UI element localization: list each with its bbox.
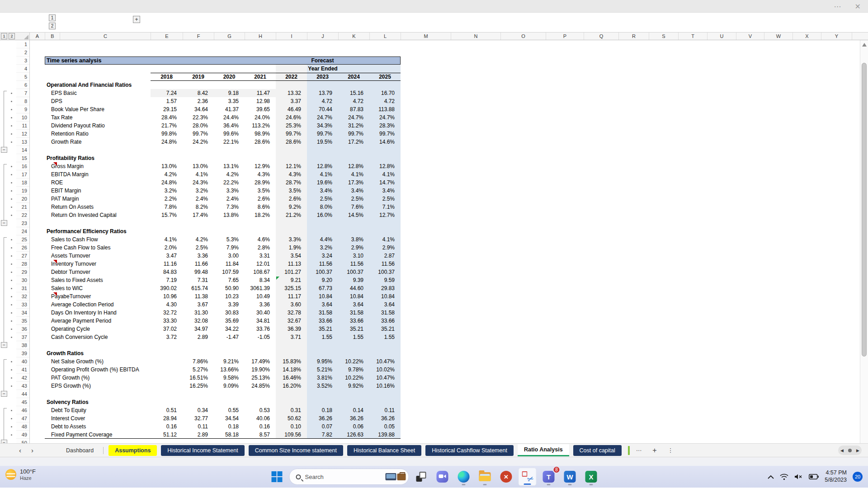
cell[interactable]: 31.58 (338, 309, 369, 317)
outline-collapse-button[interactable]: − (1, 440, 7, 443)
cell[interactable]: 50.90 (214, 284, 245, 292)
outline-collapse-button[interactable]: − (1, 342, 7, 348)
cell[interactable]: 8.42 (183, 89, 214, 97)
cell[interactable]: 4.1% (151, 235, 183, 244)
cell[interactable]: 28.3% (369, 122, 401, 130)
cell[interactable]: 3.4% (369, 187, 401, 195)
row-header-17[interactable]: 17 (16, 170, 29, 178)
cell[interactable]: 32.08 (183, 317, 214, 325)
cell[interactable]: 67.73 (307, 284, 338, 292)
cell[interactable]: 1.9% (276, 244, 307, 252)
cell[interactable]: 10.96 (151, 292, 183, 300)
cell[interactable]: 14.18% (276, 366, 307, 374)
cell[interactable]: 0.51 (151, 406, 183, 414)
row-header-42[interactable]: 42 (16, 374, 29, 382)
cell[interactable]: 15.16 (338, 89, 369, 97)
cell[interactable]: 12.1% (276, 162, 307, 170)
cell[interactable]: 4.72 (369, 97, 401, 105)
cell[interactable]: 33.76 (245, 325, 276, 333)
cell[interactable]: 9.09% (214, 382, 245, 390)
cell[interactable]: 3.64 (307, 300, 338, 309)
column-header-J[interactable]: J (307, 33, 339, 40)
cell[interactable]: 3.35 (214, 97, 245, 105)
row-header-19[interactable]: 19 (16, 187, 29, 195)
scroll-up-icon[interactable] (862, 43, 867, 47)
section-header[interactable]: Operational And Financial Ratios (47, 81, 196, 89)
column-header-I[interactable]: I (276, 33, 307, 40)
row-label[interactable]: EBITDA Margin (51, 170, 150, 178)
cell[interactable]: 35.69 (214, 317, 245, 325)
cell[interactable]: 24.0% (245, 113, 276, 122)
cell[interactable]: 30.40 (245, 309, 276, 317)
cell[interactable]: 3.31 (245, 252, 276, 260)
cell[interactable]: 3.64 (369, 300, 401, 309)
cell[interactable]: 0.18 (214, 422, 245, 431)
cell[interactable]: 14.7% (369, 178, 401, 187)
cell[interactable]: 13.1% (214, 162, 245, 170)
row-header-10[interactable]: 10 (16, 113, 29, 122)
cell[interactable]: 29.15 (151, 105, 183, 113)
column-header-L[interactable]: L (370, 33, 401, 40)
cell[interactable]: 24.6% (276, 113, 307, 122)
row-label[interactable]: Free Cash Flow to Sales (51, 244, 150, 252)
sheet-tab-common-size-income-statement[interactable]: Common Size Income statement (249, 445, 343, 456)
cell[interactable]: 13.0% (151, 162, 183, 170)
cell[interactable]: 1.57 (151, 97, 183, 105)
cell[interactable]: 28.6% (245, 138, 276, 146)
row-header-36[interactable]: 36 (16, 325, 29, 333)
cell[interactable]: 3.2% (151, 187, 183, 195)
row-header-38[interactable]: 38 (16, 341, 29, 349)
cell[interactable]: 4.72 (338, 97, 369, 105)
row-header-29[interactable]: 29 (16, 268, 29, 276)
cell[interactable]: 113.2% (245, 122, 276, 130)
cell[interactable]: 4.4% (307, 235, 338, 244)
row-label[interactable]: Dividend Payout Ratio (51, 122, 150, 130)
cell[interactable]: 17.3% (338, 178, 369, 187)
cell[interactable]: 9.78% (338, 366, 369, 374)
cell[interactable]: 99.48 (183, 268, 214, 276)
row-label[interactable]: Days On Inventory In Hand (51, 309, 150, 317)
cell[interactable]: 2.6% (245, 195, 276, 203)
file-explorer-button[interactable] (476, 468, 494, 486)
cell[interactable]: 7.9% (214, 244, 245, 252)
row-label[interactable]: Fixed Payment Coverage (51, 431, 150, 439)
cell[interactable]: 44.60 (338, 284, 369, 292)
row-label[interactable]: ROE (51, 178, 150, 187)
column-header-E[interactable]: E (151, 33, 183, 40)
row-header-41[interactable]: 41 (16, 366, 29, 374)
cell[interactable]: 99.7% (338, 130, 369, 138)
cell[interactable]: 19.6% (307, 178, 338, 187)
cell[interactable]: -1.05 (245, 333, 276, 341)
cell[interactable]: 3.5% (276, 187, 307, 195)
cell[interactable]: 4.1% (369, 235, 401, 244)
cell[interactable]: 11.84 (214, 260, 245, 268)
cell[interactable]: 0.31 (276, 406, 307, 414)
cell[interactable]: 19.90% (245, 366, 276, 374)
sheet-tab-ratio-analysis[interactable]: Ratio Analysis (518, 444, 569, 456)
row-label[interactable]: Debt to Assets (51, 422, 150, 431)
cell[interactable]: 0.07 (307, 422, 338, 431)
cell[interactable]: 11.17 (276, 292, 307, 300)
cell[interactable]: 25.13% (245, 374, 276, 382)
cell[interactable]: 29.83 (369, 284, 401, 292)
cell[interactable]: 2.2% (151, 195, 183, 203)
cell[interactable]: 36.26 (307, 414, 338, 422)
cell[interactable]: 34.22 (214, 325, 245, 333)
sheet-tab-dashboard[interactable]: Dashboard (61, 445, 98, 456)
cell[interactable]: 9.21 (276, 276, 307, 284)
column-header-A[interactable]: A (30, 33, 45, 40)
wifi-icon[interactable] (780, 474, 788, 480)
row-label[interactable]: Sales to WIC (51, 284, 150, 292)
row-header-13[interactable]: 13 (16, 138, 29, 146)
cell[interactable]: 11.13 (276, 260, 307, 268)
cell[interactable]: 24.85% (245, 382, 276, 390)
cell[interactable]: 58.18 (214, 431, 245, 439)
outline-collapse-button[interactable]: − (1, 220, 7, 226)
cell[interactable]: 2.0% (151, 244, 183, 252)
cell[interactable]: 108.67 (245, 268, 276, 276)
row-header-50[interactable]: 50 (16, 439, 29, 443)
cell[interactable]: 3.2% (307, 244, 338, 252)
cell[interactable]: 14.5% (338, 211, 369, 219)
cell[interactable]: 3.47 (151, 252, 183, 260)
cell[interactable]: 3.71 (276, 333, 307, 341)
